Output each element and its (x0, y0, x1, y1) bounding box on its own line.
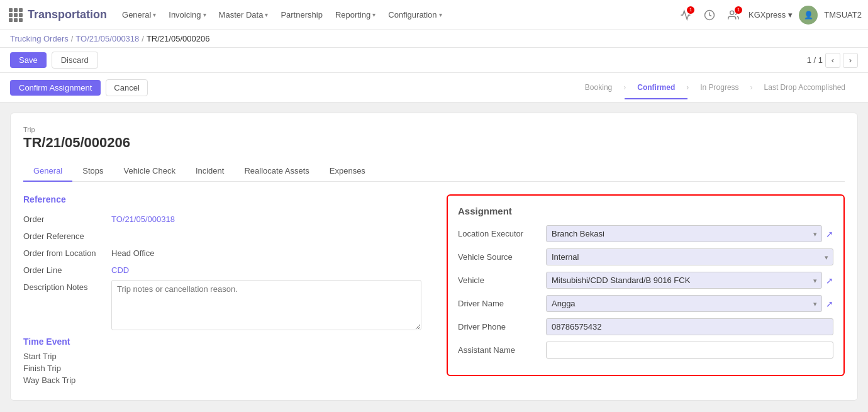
action-bar: Save Discard 1 / 1 ‹ › (0, 48, 868, 73)
chevron-down-icon: ▾ (788, 10, 793, 19)
driver-name-ext-link[interactable]: ➚ (826, 299, 833, 309)
cancel-button[interactable]: Cancel (106, 79, 147, 96)
assistant-name-input[interactable] (546, 342, 833, 359)
nav-configuration[interactable]: Configuration ▾ (383, 0, 447, 30)
tab-stops[interactable]: Stops (72, 161, 113, 182)
vehicle-source-label: Vehicle Source (458, 252, 546, 262)
confirm-status-bar: Confirm Assignment Cancel Booking Confir… (0, 73, 868, 103)
activity-badge: 1 (687, 6, 694, 14)
left-panel: Reference Order TO/21/05/000318 Order Re… (23, 194, 421, 387)
driver-name-label: Driver Name (458, 299, 546, 308)
time-event-title: Time Event (23, 337, 421, 347)
driver-name-select-wrap: Angga ▾ (546, 295, 822, 312)
vehicle-source-select[interactable]: Internal (546, 248, 833, 265)
assignment-box: Assignment Location Executor Branch Beka… (447, 194, 845, 376)
order-ref-value (111, 229, 421, 231)
avatar-label: 👤 (804, 11, 813, 19)
tab-general[interactable]: General (23, 161, 72, 182)
chevron-down-icon: ▾ (439, 11, 442, 18)
prev-page-button[interactable]: ‹ (825, 53, 840, 68)
svg-point-1 (730, 11, 734, 14)
chevron-down-icon: ▾ (203, 11, 206, 18)
nav-invoicing[interactable]: Invoicing ▾ (164, 0, 211, 30)
trip-label: Trip (23, 126, 845, 133)
status-booking[interactable]: Booking (572, 77, 625, 98)
tab-reallocate[interactable]: Reallocate Assets (234, 161, 319, 182)
nav-masterdata[interactable]: Master Data ▾ (214, 0, 274, 30)
tab-expenses[interactable]: Expenses (320, 161, 376, 182)
user-tmsuat2-label: TMSUAT2 (824, 10, 862, 19)
assistant-name-control (546, 342, 833, 359)
pagination-info: 1 / 1 (807, 55, 823, 65)
order-ref-label: Order Reference (23, 229, 111, 241)
breadcrumb-order[interactable]: TO/21/05/000318 (75, 34, 139, 43)
order-line-label: Order Line (23, 263, 111, 275)
status-inprogress[interactable]: In Progress (687, 77, 751, 98)
driver-phone-label: Driver Phone (458, 322, 546, 331)
location-executor-ext-link[interactable]: ➚ (826, 229, 833, 239)
breadcrumb: Trucking Orders / TO/21/05/000318 / TR/2… (0, 30, 868, 48)
pagination-controls: 1 / 1 ‹ › (807, 53, 858, 68)
tab-bar: General Stops Vehicle Check Incident Rea… (23, 161, 845, 182)
driver-phone-input[interactable] (546, 318, 833, 335)
vehicle-source-select-wrap: Internal ▾ (546, 248, 833, 265)
chevron-down-icon: ▾ (153, 11, 156, 18)
chevron-down-icon: ▾ (265, 11, 268, 18)
assign-row-driver-name: Driver Name Angga ▾ ➚ (458, 295, 833, 312)
nav-general[interactable]: General ▾ (117, 0, 161, 30)
description-textarea[interactable] (111, 280, 421, 330)
driver-name-select[interactable]: Angga (546, 295, 822, 312)
user-kgxpress[interactable]: KGXpress ▾ (748, 10, 793, 19)
vehicle-select[interactable]: Mitsubishi/CDD Standard/B 9016 FCK (546, 272, 822, 289)
location-executor-control: Branch Bekasi ▾ ➚ (546, 225, 833, 242)
tab-incident[interactable]: Incident (186, 161, 235, 182)
location-executor-select-wrap: Branch Bekasi ▾ (546, 225, 822, 242)
breadcrumb-parent[interactable]: Trucking Orders (10, 34, 69, 43)
assign-row-assistant-name: Assistant Name (458, 342, 833, 359)
save-button[interactable]: Save (10, 52, 47, 68)
app-title: Transportation (28, 8, 107, 21)
order-line-value[interactable]: CDD (111, 263, 421, 275)
desc-label: Description Notes (23, 280, 111, 292)
nav-partnership[interactable]: Partnership (275, 0, 327, 30)
main-content: Trip TR/21/05/000206 General Stops Vehic… (0, 103, 868, 412)
right-panel: Assignment Location Executor Branch Beka… (447, 194, 845, 387)
breadcrumb-sep1: / (71, 34, 74, 43)
status-lastdrop[interactable]: Last Drop Accomplished (752, 77, 858, 98)
field-order-from-location: Order from Location Head Office (23, 246, 421, 258)
order-value[interactable]: TO/21/05/000318 (111, 212, 421, 224)
form-grid: Reference Order TO/21/05/000318 Order Re… (23, 194, 845, 387)
breadcrumb-current: TR/21/05/000206 (147, 34, 209, 43)
field-order: Order TO/21/05/000318 (23, 212, 421, 224)
confirm-assignment-button[interactable]: Confirm Assignment (10, 80, 101, 96)
avatar[interactable]: 👤 (799, 6, 818, 25)
vehicle-source-control: Internal ▾ (546, 248, 833, 265)
vehicle-ext-link[interactable]: ➚ (826, 276, 833, 286)
order-from-value: Head Office (111, 246, 421, 258)
order-label: Order (23, 212, 111, 224)
breadcrumb-sep2: / (142, 34, 144, 43)
vehicle-control: Mitsubishi/CDD Standard/B 9016 FCK ▾ ➚ (546, 272, 833, 289)
driver-phone-control (546, 318, 833, 335)
user-tmsuat2[interactable]: TMSUAT2 (824, 10, 862, 19)
chevron-down-icon: ▾ (372, 11, 376, 18)
clock-icon[interactable] (701, 6, 718, 24)
assistant-name-label: Assistant Name (458, 345, 546, 355)
time-event-section: Time Event Start Trip Finish Trip Way Ba… (23, 337, 421, 385)
status-confirmed[interactable]: Confirmed (625, 77, 687, 99)
user-kgxpress-label: KGXpress (748, 10, 786, 19)
vehicle-label: Vehicle (458, 276, 546, 285)
activity-icon[interactable]: 1 (677, 6, 694, 24)
location-executor-label: Location Executor (458, 229, 546, 238)
tab-vehicle-check[interactable]: Vehicle Check (114, 161, 186, 182)
people-icon[interactable]: 1 (725, 6, 742, 24)
nav-reporting[interactable]: Reporting ▾ (330, 0, 381, 30)
discard-button[interactable]: Discard (52, 52, 98, 69)
apps-grid-icon[interactable] (6, 6, 25, 25)
driver-name-control: Angga ▾ ➚ (546, 295, 833, 312)
field-description: Description Notes (23, 280, 421, 330)
people-badge: 1 (735, 6, 742, 14)
location-executor-select[interactable]: Branch Bekasi (546, 225, 822, 242)
next-page-button[interactable]: › (843, 53, 858, 68)
status-steps: Booking Confirmed In Progress Last Drop … (572, 77, 858, 98)
